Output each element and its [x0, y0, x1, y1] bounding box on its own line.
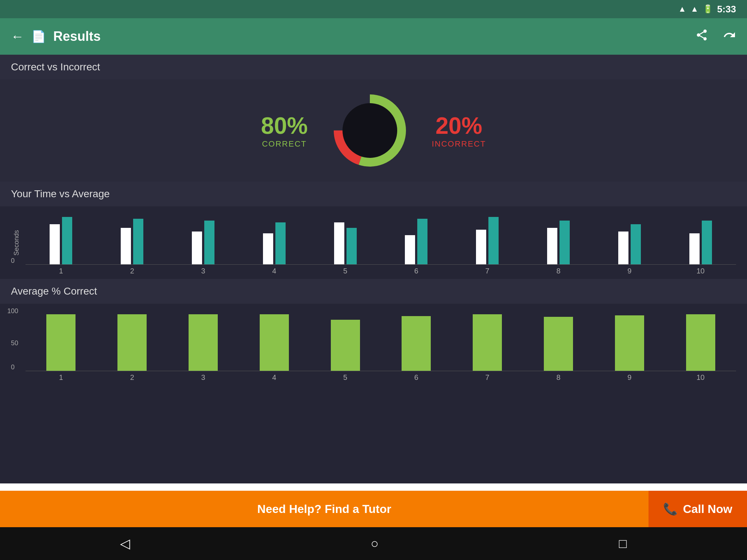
call-now-button[interactable]: 📞 Call Now [649, 491, 747, 527]
bottom-banner: Need Help? Find a Tutor 📞 Call Now [0, 491, 747, 527]
status-icons: ▲ ▲ 🔋 5:33 [678, 4, 736, 15]
bar-white [334, 222, 344, 264]
time-vs-average-header: Your Time vs Average [0, 182, 747, 206]
incorrect-text: INCORRECT [432, 139, 486, 149]
x-label-3: 3 [168, 267, 239, 275]
bar-group [168, 221, 239, 264]
time-x-axis: 1 2 3 4 5 6 7 8 9 10 [26, 267, 736, 275]
avg-bar-group [310, 320, 381, 371]
bar-white [50, 224, 60, 264]
avg-x-label-6: 6 [381, 373, 452, 382]
status-time: 5:33 [717, 4, 736, 15]
bar-teal [631, 224, 641, 264]
time-vs-average-chart: Seconds 0 1 2 3 4 5 6 7 8 9 10 [0, 206, 747, 279]
nav-home-button[interactable]: ○ [371, 536, 379, 551]
nav-bar: ◁ ○ □ [0, 527, 747, 560]
avg-bar-group [97, 314, 168, 371]
x-label-6: 6 [381, 267, 452, 275]
incorrect-label: 20% INCORRECT [432, 112, 486, 149]
bar-teal [204, 221, 214, 264]
bar-teal [702, 221, 712, 264]
find-tutor-text: Need Help? Find a Tutor [257, 502, 391, 516]
y-tick-0: 0 [11, 257, 15, 265]
white-divider [0, 483, 747, 491]
bar-white [405, 235, 415, 264]
correct-label: 80% CORRECT [261, 112, 308, 149]
app-bar-left: ← 📄 Results [11, 29, 101, 44]
avg-bar-group [168, 314, 239, 371]
time-chart-bars [26, 210, 736, 265]
wifi-icon: ▲ [678, 4, 686, 14]
bar-green [46, 314, 76, 371]
bar-green [117, 314, 147, 371]
bar-green [402, 316, 431, 371]
y-tick-100: 100 [7, 307, 18, 315]
bar-group [523, 221, 594, 264]
avg-correct-chart: 100 50 0 1 2 3 4 5 6 7 8 9 10 [0, 304, 747, 483]
y-tick-0-avg: 0 [11, 363, 15, 371]
x-label-9: 9 [594, 267, 665, 275]
avg-bar-group [239, 314, 310, 371]
bar-group [239, 222, 310, 264]
bar-teal [560, 221, 570, 264]
call-now-text: Call Now [683, 502, 732, 516]
bar-white [547, 228, 557, 264]
incorrect-percent: 20% [432, 112, 486, 139]
bar-green [615, 315, 644, 371]
page-title: Results [53, 29, 101, 44]
x-label-2: 2 [97, 267, 168, 275]
avg-x-label-10: 10 [665, 373, 736, 382]
share-button[interactable] [695, 28, 708, 45]
bar-teal [275, 222, 286, 264]
bar-white [476, 230, 486, 264]
avg-x-label-8: 8 [523, 373, 594, 382]
avg-x-label-9: 9 [594, 373, 665, 382]
donut-inner [342, 103, 397, 158]
bar-group [665, 221, 736, 264]
bar-green [189, 314, 218, 371]
bar-green [260, 314, 289, 371]
correct-text: CORRECT [261, 139, 308, 149]
correct-percent: 80% [261, 112, 308, 139]
avg-bar-group [523, 317, 594, 371]
bar-green [686, 314, 715, 371]
avg-x-label-3: 3 [168, 373, 239, 382]
bar-teal [488, 217, 499, 264]
donut-chart-section: 80% CORRECT 20% INCORRECT [0, 79, 747, 182]
bar-white [263, 233, 273, 264]
redo-button[interactable] [723, 28, 736, 45]
phone-icon: 📞 [663, 502, 678, 516]
correct-vs-incorrect-header: Correct vs Incorrect [0, 55, 747, 79]
avg-bar-group [665, 314, 736, 371]
bar-group [97, 219, 168, 264]
document-icon: 📄 [31, 30, 46, 43]
signal-icon: ▲ [690, 4, 698, 14]
nav-back-button[interactable]: ◁ [120, 536, 130, 551]
avg-bar-group [26, 314, 97, 371]
app-bar: ← 📄 Results [0, 18, 747, 55]
avg-bar-group [452, 314, 523, 371]
bar-teal [347, 228, 357, 264]
avg-x-label-1: 1 [26, 373, 97, 382]
app-bar-right [695, 28, 736, 45]
x-label-1: 1 [26, 267, 97, 275]
avg-correct-header: Average % Correct [0, 279, 747, 304]
nav-recent-button[interactable]: □ [619, 536, 627, 551]
x-label-7: 7 [452, 267, 523, 275]
bar-group [452, 217, 523, 264]
x-label-4: 4 [239, 267, 310, 275]
bar-green [544, 317, 573, 371]
x-label-5: 5 [310, 267, 381, 275]
y-tick-50: 50 [11, 339, 18, 347]
bar-white [192, 232, 202, 264]
x-label-8: 8 [523, 267, 594, 275]
bar-group [26, 217, 97, 264]
avg-chart-bars [26, 307, 736, 371]
y-axis-label: Seconds [13, 230, 20, 255]
back-button[interactable]: ← [11, 29, 24, 44]
bar-group [310, 222, 381, 264]
avg-bar-group [594, 315, 665, 371]
x-label-10: 10 [665, 267, 736, 275]
find-tutor-banner[interactable]: Need Help? Find a Tutor [0, 491, 649, 527]
avg-x-label-7: 7 [452, 373, 523, 382]
